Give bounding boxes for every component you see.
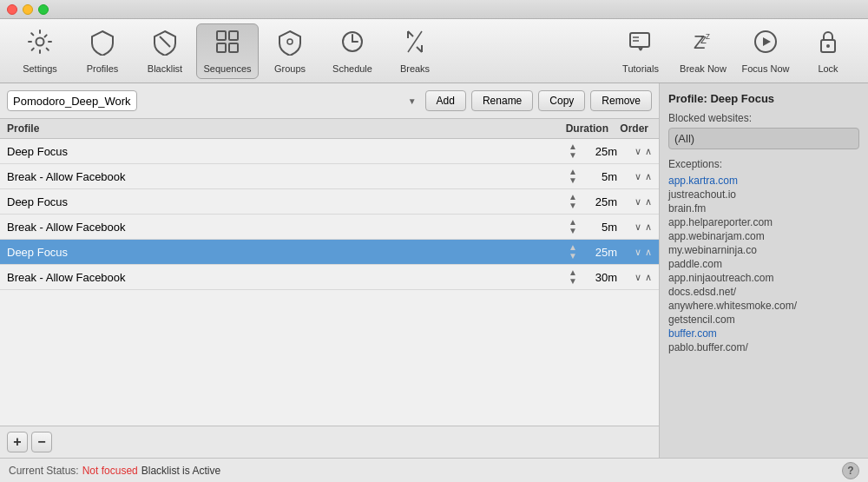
status-label: Current Status: [9,465,79,477]
lock-icon [814,28,842,60]
row-duration: 25m [582,145,617,158]
toolbar-item-blacklist[interactable]: Blacklist [134,23,196,79]
svg-line-1 [160,36,170,47]
maximize-button[interactable] [38,4,49,15]
order-up-arrow[interactable]: ∧ [645,272,652,283]
toolbar-item-break-now[interactable]: Z z z Break Now [672,23,734,79]
blocked-websites-label: Blocked websites: [668,112,859,124]
table-row[interactable]: Deep Focus ▲▼ 25m ∨ ∧ [0,139,659,164]
add-row-button[interactable]: + [7,432,28,452]
row-duration: 30m [582,271,617,284]
header-profile: Profile [7,122,548,135]
row-name: Deep Focus [7,195,569,208]
row-order: ∨ ∧ [617,196,652,208]
header-order: Order [608,122,652,135]
order-up-arrow[interactable]: ∧ [645,247,652,258]
row-order: ∨ ∧ [617,171,652,182]
row-duration: 25m [582,246,617,259]
svg-marker-22 [763,37,771,46]
sequence-dropdown-wrapper: Pomodoro_Deep_Work ▼ [7,90,420,111]
right-panel-title: Profile: Deep Focus [668,92,859,105]
row-order: ∨ ∧ [617,247,652,258]
table-row-selected[interactable]: Deep Focus ▲▼ 25m ∨ ∧ [0,240,659,265]
settings-label: Settings [23,63,57,74]
order-up-arrow[interactable]: ∧ [645,196,652,208]
order-down-arrow[interactable]: ∨ [635,196,641,208]
copy-button[interactable]: Copy [538,90,585,111]
row-stepper[interactable]: ▲▼ [569,268,577,286]
toolbar-item-focus-now[interactable]: Focus Now [734,23,797,79]
add-button[interactable]: Add [425,90,466,111]
order-down-arrow[interactable]: ∨ [635,247,641,258]
tutorials-label: Tutorials [622,63,659,74]
row-stepper[interactable]: ▲▼ [569,168,577,185]
exception-item[interactable]: app.kartra.com [668,174,859,188]
rename-button[interactable]: Rename [471,90,533,111]
table-row[interactable]: Break - Allow Facebook ▲▼ 5m ∨ ∧ [0,164,659,189]
toolbar-item-profiles[interactable]: Profiles [71,23,134,79]
toolbar-item-groups[interactable]: Groups [259,23,321,79]
toolbar-item-breaks[interactable]: Breaks [384,23,446,79]
exception-item[interactable]: buffer.com [668,327,859,340]
row-stepper[interactable]: ▲▼ [569,193,577,210]
focus-now-label: Focus Now [741,63,789,74]
schedule-icon [339,28,366,60]
control-row: Pomodoro_Deep_Work ▼ Add Rename Copy Rem… [0,83,659,119]
table-row[interactable]: Break - Allow Facebook ▲▼ 5m ∨ ∧ [0,215,659,240]
table-row[interactable]: Deep Focus ▲▼ 25m ∨ ∧ [0,189,659,215]
order-up-arrow[interactable]: ∧ [645,146,652,157]
break-now-icon: Z z z [689,28,717,60]
header-duration: Duration [548,122,608,135]
exception-item: docs.edsd.net/ [668,285,859,299]
table-row[interactable]: Break - Allow Facebook ▲▼ 30m ∨ ∧ [0,265,659,290]
status-not-focused: Not focused [82,465,138,477]
toolbar-item-sequences[interactable]: Sequences [196,23,259,79]
toolbar-item-lock[interactable]: Lock [797,23,859,79]
order-down-arrow[interactable]: ∨ [635,171,641,182]
main-content: Pomodoro_Deep_Work ▼ Add Rename Copy Rem… [0,83,868,458]
svg-point-0 [36,38,44,46]
breaks-label: Breaks [400,63,430,74]
svg-point-6 [287,39,293,44]
exceptions-label: Exceptions: [668,158,859,170]
order-up-arrow[interactable]: ∧ [645,171,652,182]
remove-button[interactable]: Remove [590,90,652,111]
svg-point-24 [826,44,830,48]
remove-row-button[interactable]: − [31,432,52,452]
svg-text:z: z [706,31,710,41]
minimize-button[interactable] [23,4,33,15]
left-panel: Pomodoro_Deep_Work ▼ Add Rename Copy Rem… [0,83,660,458]
exception-item: brain.fm [668,201,859,215]
toolbar: Settings Profiles Blacklist [0,19,868,83]
row-stepper[interactable]: ▲▼ [569,218,577,235]
row-order: ∨ ∧ [617,146,652,157]
groups-label: Groups [274,63,306,74]
row-stepper[interactable]: ▲▼ [569,243,577,261]
close-button[interactable] [7,4,17,15]
svg-rect-3 [229,31,238,40]
row-duration: 5m [582,170,617,183]
blacklist-label: Blacklist [148,63,182,74]
order-down-arrow[interactable]: ∨ [635,221,641,233]
sequence-dropdown[interactable]: Pomodoro_Deep_Work [7,90,137,111]
order-up-arrow[interactable]: ∧ [645,221,652,233]
groups-icon [276,28,304,60]
toolbar-item-settings[interactable]: Settings [9,23,71,79]
exception-item: getstencil.com [668,313,859,327]
exception-item: my.webinarninja.co [668,243,859,257]
exception-item: app.helpareporter.com [668,215,859,229]
order-down-arrow[interactable]: ∨ [635,146,641,157]
sequences-label: Sequences [203,63,251,74]
row-stepper[interactable]: ▲▼ [569,142,577,160]
exception-item: app.webinarjam.com [668,229,859,243]
toolbar-item-schedule[interactable]: Schedule [321,23,384,79]
lock-label: Lock [818,63,838,74]
row-name: Break - Allow Facebook [7,221,569,234]
order-down-arrow[interactable]: ∨ [635,272,641,283]
svg-rect-2 [217,31,226,40]
dropdown-arrow-icon: ▼ [408,96,417,106]
exception-item: justreachout.io [668,188,859,201]
help-button[interactable]: ? [842,462,859,479]
row-duration: 5m [582,221,617,234]
toolbar-item-tutorials[interactable]: Tutorials [609,23,672,79]
